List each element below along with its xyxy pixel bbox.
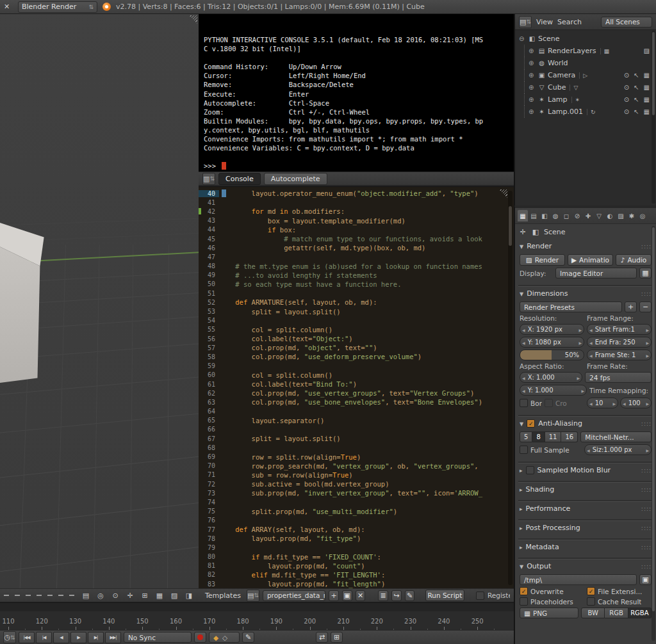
toggle-syntax-highlight-button[interactable]: ✎ <box>405 590 415 601</box>
panel-grip-icon[interactable] <box>641 563 652 570</box>
aspect-x-field[interactable]: X: 1.000 <box>520 372 582 383</box>
code-line[interactable]: 83 layout.prop(md, "fit_length") <box>199 579 514 588</box>
expander-icon[interactable]: ⊕ <box>529 96 537 103</box>
output-path-field[interactable]: /tmp\ <box>520 574 637 585</box>
antialiasing-checkbox[interactable] <box>527 419 535 428</box>
outliner-editor-type-button[interactable]: ▤⇅ <box>519 16 532 28</box>
code-line[interactable]: 81 layout.prop(md, "count") <box>199 561 514 570</box>
outliner-item-renderlayers[interactable]: ⊕▤RenderLayers▦▨ <box>524 45 656 57</box>
start-frame-field[interactable]: Start Fram:1 <box>587 324 652 335</box>
lock-interface-icon[interactable]: ▦ <box>639 268 652 278</box>
tab-material[interactable]: ◐ <box>605 210 615 221</box>
selectability-cursor-icon[interactable]: ↖ <box>634 72 639 79</box>
time-remap-old-field[interactable]: 10 <box>587 398 618 408</box>
expander-icon[interactable]: ⊕ <box>529 47 537 54</box>
code-line[interactable]: 47 <box>199 252 514 261</box>
tab-console[interactable]: Console <box>218 173 261 185</box>
expand-arrow-icon[interactable] <box>520 543 523 551</box>
code-line[interactable]: 61 col.label(text="Bind To:") <box>199 380 514 389</box>
animation-button[interactable]: ▶ Animatio <box>568 254 613 266</box>
view-menu[interactable]: View <box>536 18 553 26</box>
code-line[interactable]: 64 <box>199 407 514 416</box>
render-panel-header[interactable]: Render <box>520 240 652 252</box>
timeline-icon-1[interactable]: ⇄ <box>316 632 328 643</box>
record-button[interactable] <box>194 632 206 643</box>
scrollbar-thumb[interactable] <box>652 32 655 115</box>
viewport-sphere-icon[interactable]: ◎ <box>95 590 106 601</box>
placeholders-checkbox[interactable] <box>520 597 528 606</box>
panel-header[interactable]: Post Processing <box>520 522 652 534</box>
color-mode-rgba[interactable]: RGBA <box>628 608 652 618</box>
collapse-arrow-icon[interactable] <box>520 242 523 250</box>
renderability-camera-icon[interactable]: ▦ <box>644 96 650 103</box>
expander-icon[interactable]: ⊕ <box>529 108 537 115</box>
viewport-manipulator-icon[interactable]: ✛ <box>124 590 136 601</box>
render-button[interactable]: ▨ Render <box>520 254 565 266</box>
render-presets-dropdown[interactable]: Render Presets <box>520 302 622 312</box>
outliner-item-world[interactable]: ⊕◍World <box>524 57 656 69</box>
outliner-item-camera[interactable]: ⊕▣Camera▷⊙↖▦ <box>524 69 656 81</box>
register-checkbox[interactable] <box>476 592 484 600</box>
code-line[interactable]: 57 col.prop(md, "object", text="") <box>199 343 514 352</box>
code-line[interactable]: 46 getattr(self, md.type)(box, ob, md) <box>199 243 514 252</box>
viewport-snap-icon[interactable]: ▦ <box>154 590 165 601</box>
panel-grip-icon[interactable] <box>641 544 652 551</box>
code-line[interactable]: 79 <box>199 543 514 552</box>
render-layer-toggle-icon[interactable]: ▨ <box>644 47 650 54</box>
expander-icon[interactable]: ⊕ <box>529 60 537 67</box>
viewport-pivot-icon[interactable]: ⊙ <box>110 590 121 601</box>
resolution-y-field[interactable]: Y: 1080 px <box>520 337 584 348</box>
frame-step-field[interactable]: Frame Ste: 1 <box>587 350 652 360</box>
color-mode-rgb[interactable]: RGB <box>605 608 628 618</box>
panel-grip-icon[interactable] <box>641 467 652 474</box>
code-line[interactable]: 40 layout.operator_menu_enum("object.mod… <box>199 189 514 198</box>
code-line[interactable]: 54 <box>199 316 514 325</box>
editor-type-button[interactable]: ▥⇅ <box>202 173 215 185</box>
close-icon[interactable]: ✕ <box>4 3 13 11</box>
tab-textures[interactable]: ▨ <box>616 210 626 221</box>
display-dropdown[interactable]: Image Editor <box>555 268 637 278</box>
aa-filter-dropdown[interactable]: Mitchell-Netr... <box>580 431 652 442</box>
tab-modifiers[interactable]: ✚ <box>583 210 593 221</box>
code-line[interactable]: 75 split.prop(md, "use_multi_modifier") <box>199 507 514 516</box>
code-line[interactable]: 82 elif md.fit_type == 'FIT_LENGTH': <box>199 570 514 579</box>
panel-header[interactable]: Performance <box>520 503 652 515</box>
tab-render[interactable]: ▦ <box>518 210 528 221</box>
code-line[interactable]: 50 # so each type must have a function h… <box>199 280 514 289</box>
code-line[interactable]: 66 <box>199 425 514 434</box>
timeline-ruler[interactable]: 1101201301401501601701801902002102202302… <box>0 602 514 631</box>
visibility-eye-icon[interactable]: ⊙ <box>624 108 629 115</box>
code-line[interactable]: 77 def ARRAY(self, layout, ob, md): <box>199 525 514 534</box>
code-line[interactable]: 68 <box>199 443 514 452</box>
code-line[interactable]: 69 row = split.row(align=True) <box>199 452 514 461</box>
tab-constraints[interactable]: ⊘ <box>572 210 582 221</box>
visibility-eye-icon[interactable]: ⊙ <box>624 84 629 91</box>
expander-icon[interactable]: ⊖ <box>519 35 527 42</box>
code-line[interactable]: 55 col = split.column() <box>199 325 514 334</box>
keying-set-dropdown[interactable]: ◆ ◇ <box>209 632 240 643</box>
overwrite-checkbox[interactable] <box>520 587 528 595</box>
aa-samples-5[interactable]: 5 <box>520 431 532 442</box>
selectability-cursor-icon[interactable]: ↖ <box>634 84 639 91</box>
selectability-cursor-icon[interactable]: ↖ <box>634 96 639 103</box>
outliner-item-lamp-001[interactable]: ⊕✶Lamp.001↻⊙↖▦ <box>524 106 656 118</box>
tab-physics[interactable]: ◎ <box>637 210 648 221</box>
aa-samples-8[interactable]: 8 <box>532 431 545 442</box>
text-datablock-browse-button[interactable]: ▤⇅ <box>247 590 259 602</box>
visibility-eye-icon[interactable]: ⊙ <box>624 96 629 103</box>
tab-particles[interactable]: ✱ <box>627 210 637 221</box>
code-line[interactable]: 60 col = split.column() <box>199 371 514 380</box>
expander-icon[interactable]: ⊕ <box>529 72 537 79</box>
outliner-display-mode-dropdown[interactable]: All Scenes <box>601 17 652 28</box>
python-console[interactable]: PYTHON INTERACTIVE CONSOLE 3.5.1 (defaul… <box>199 14 514 172</box>
resolution-x-field[interactable]: X: 1920 px <box>520 324 584 335</box>
play-reverse-button[interactable]: ◀ <box>53 632 69 643</box>
timeline-editor-type-button[interactable]: ◷⇅ <box>3 631 16 643</box>
collapse-arrow-icon[interactable] <box>520 289 523 298</box>
outliner-item-lamp[interactable]: ⊕✶Lamp✶⊙↖▦ <box>524 93 656 106</box>
code-line[interactable]: 67 split = layout.split() <box>199 434 514 443</box>
previous-keyframe-button[interactable]: |◀ <box>36 632 52 643</box>
scrollbar-thumb[interactable] <box>652 227 655 611</box>
search-menu[interactable]: Search <box>557 18 582 26</box>
renderability-camera-icon[interactable]: ▦ <box>644 108 650 115</box>
